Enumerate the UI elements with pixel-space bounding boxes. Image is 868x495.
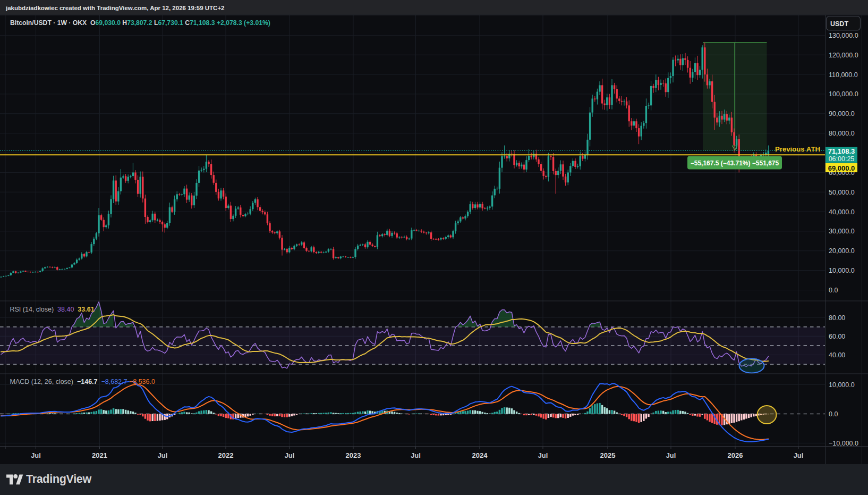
svg-text:40.00: 40.00: [829, 351, 845, 359]
svg-text:Bitcoin/USDT · 1W · OKX O69,0: Bitcoin/USDT · 1W · OKX O69,030.0 H73,80…: [10, 19, 270, 27]
svg-text:Jul: Jul: [794, 451, 804, 459]
svg-text:MACD (12, 26, close) −146.7: MACD (12, 26, close) −146.7 −8,682.7 −8,…: [10, 378, 155, 385]
svg-text:0.0: 0.0: [829, 287, 838, 294]
svg-text:2023: 2023: [346, 451, 361, 459]
svg-text:Jul: Jul: [411, 451, 421, 459]
svg-text:40,000.0: 40,000.0: [829, 208, 855, 216]
svg-text:Jul: Jul: [31, 451, 41, 459]
svg-text:60.00: 60.00: [829, 333, 845, 340]
svg-text:120,000.0: 120,000.0: [829, 52, 858, 59]
svg-text:0.0: 0.0: [829, 410, 838, 418]
svg-text:10,000.0: 10,000.0: [829, 381, 855, 389]
svg-text:30,000.0: 30,000.0: [829, 228, 855, 235]
svg-text:90,000.0: 90,000.0: [829, 110, 855, 118]
svg-text:06:00:25: 06:00:25: [829, 155, 855, 163]
svg-text:2025: 2025: [600, 451, 616, 459]
svg-text:71,108.3: 71,108.3: [828, 147, 855, 155]
svg-text:TradingView: TradingView: [26, 473, 92, 485]
svg-text:2021: 2021: [92, 451, 107, 459]
svg-text:−55,167.5 (−43.71%) −551,675: −55,167.5 (−43.71%) −551,675: [691, 160, 779, 167]
svg-text:jakubdziadkowiec created with: jakubdziadkowiec created with TradingVie…: [5, 5, 225, 11]
svg-text:Previous ATH: Previous ATH: [775, 145, 820, 153]
svg-text:110,000.0: 110,000.0: [829, 71, 858, 79]
svg-text:USDT: USDT: [830, 20, 848, 28]
svg-text:2024: 2024: [472, 451, 488, 459]
svg-text:Jul: Jul: [538, 451, 548, 459]
svg-text:2026: 2026: [728, 451, 743, 459]
svg-text:RSI (14, close) 38.40 33.61: RSI (14, close) 38.40 33.61: [10, 306, 95, 313]
svg-text:Jul: Jul: [666, 451, 676, 459]
svg-text:20,000.0: 20,000.0: [829, 247, 855, 255]
svg-text:−10,000.0: −10,000.0: [829, 440, 858, 447]
svg-text:80,000.0: 80,000.0: [829, 130, 855, 137]
svg-text:80.00: 80.00: [829, 314, 845, 322]
svg-text:Jul: Jul: [285, 451, 295, 459]
svg-text:130,000.0: 130,000.0: [829, 32, 858, 39]
svg-text:50,000.0: 50,000.0: [829, 189, 855, 196]
svg-text:Jul: Jul: [158, 451, 168, 459]
svg-text:69,000.0: 69,000.0: [828, 164, 855, 172]
svg-text:100,000.0: 100,000.0: [829, 90, 858, 98]
svg-text:10,000.0: 10,000.0: [829, 267, 855, 274]
svg-text:2022: 2022: [218, 451, 234, 459]
